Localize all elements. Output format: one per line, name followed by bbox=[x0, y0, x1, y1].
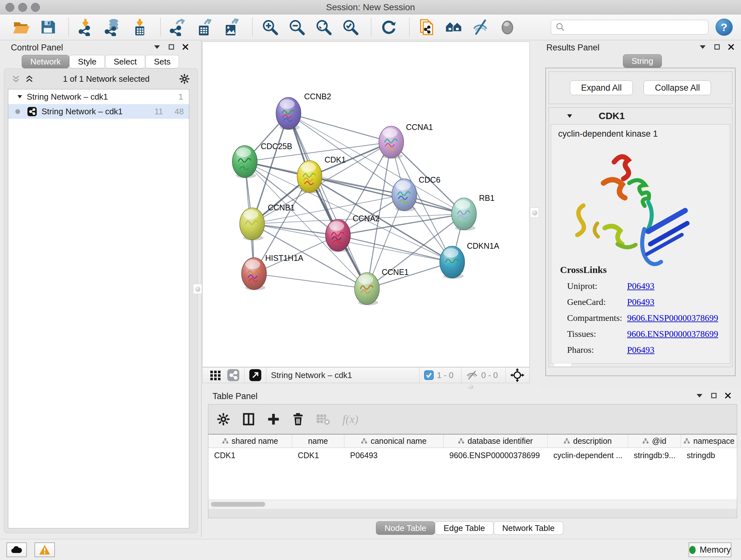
section-expander-icon[interactable] bbox=[567, 114, 572, 118]
edge-HIST1H1A-CCNE1[interactable] bbox=[254, 273, 367, 289]
open-in-window-icon[interactable] bbox=[249, 369, 262, 381]
help-button[interactable]: ? bbox=[716, 18, 733, 36]
open-session-icon[interactable] bbox=[12, 18, 30, 36]
export-table-icon[interactable] bbox=[196, 18, 214, 36]
panel-menu-icon[interactable] bbox=[696, 393, 703, 398]
table-cell[interactable]: stringdb bbox=[681, 451, 737, 460]
network-view-toolbar: String Network – cdk1 1 - 0 0 - 0 bbox=[202, 367, 530, 383]
save-session-icon[interactable] bbox=[39, 18, 57, 36]
delete-column-icon[interactable] bbox=[292, 413, 304, 426]
collapse-all-icon[interactable] bbox=[12, 75, 20, 83]
expand-all-button[interactable]: Expand All bbox=[570, 80, 633, 95]
close-panel-icon[interactable] bbox=[728, 44, 734, 50]
table-cell[interactable]: P06493 bbox=[344, 451, 444, 460]
collapse-all-button[interactable]: Collapse All bbox=[644, 80, 711, 95]
add-column-icon[interactable] bbox=[267, 413, 280, 426]
node-CCNA1[interactable] bbox=[379, 126, 404, 159]
import-table-icon[interactable] bbox=[131, 18, 149, 36]
network-canvas[interactable]: CCNB2CCNA1CDC25BCDK1CDC6RB1CCNB1CCNA2CDK… bbox=[202, 42, 530, 367]
hidden-items-eye-icon[interactable] bbox=[466, 370, 478, 380]
tab-edge-table[interactable]: Edge Table bbox=[435, 521, 494, 535]
table-options-gear-icon[interactable] bbox=[217, 413, 230, 426]
left-splitter-handle[interactable] bbox=[193, 284, 202, 294]
right-splitter-handle[interactable] bbox=[530, 207, 539, 218]
tab-network-table[interactable]: Network Table bbox=[494, 521, 563, 535]
tab-sets[interactable]: Sets bbox=[145, 55, 179, 68]
float-panel-icon[interactable] bbox=[714, 44, 720, 50]
import-database-icon[interactable] bbox=[104, 18, 122, 36]
column-header-description[interactable]: description bbox=[548, 435, 628, 448]
zoom-fit-icon[interactable] bbox=[315, 18, 333, 36]
pan-crosshair-icon[interactable] bbox=[510, 368, 524, 382]
string-document-icon[interactable] bbox=[418, 18, 436, 36]
table-cell[interactable]: cyclin-dependent ... bbox=[548, 451, 628, 460]
network-row-selected[interactable]: String Network – cdk1 11 48 bbox=[8, 104, 189, 119]
birds-eye-grid-icon[interactable] bbox=[209, 369, 222, 381]
selected-nodes-checkbox-icon[interactable] bbox=[424, 370, 434, 380]
panel-menu-icon[interactable] bbox=[699, 45, 706, 49]
node-CDC25B[interactable] bbox=[232, 145, 257, 178]
edge-CCNB2-CCNA1[interactable] bbox=[288, 113, 391, 142]
column-header-shared-name[interactable]: shared name bbox=[208, 435, 292, 448]
close-panel-icon[interactable] bbox=[183, 44, 188, 50]
column-header-name[interactable]: name bbox=[292, 435, 344, 448]
column-header-canonical-name[interactable]: canonical name bbox=[344, 435, 444, 448]
show-glyphs-icon[interactable] bbox=[498, 18, 516, 36]
close-panel-icon[interactable] bbox=[725, 393, 731, 398]
tab-node-table[interactable]: Node Table bbox=[376, 521, 435, 535]
node-CDC6[interactable] bbox=[392, 179, 417, 211]
results-scrollbar[interactable] bbox=[553, 363, 572, 367]
column-header-database-identifier[interactable]: database identifier bbox=[444, 435, 548, 448]
column-header-namespace[interactable]: namespace bbox=[681, 435, 737, 448]
zoom-in-icon[interactable] bbox=[261, 18, 279, 36]
tree-options-gear-icon[interactable] bbox=[179, 73, 190, 84]
tree-expander-icon[interactable] bbox=[17, 95, 22, 99]
search-input[interactable] bbox=[568, 21, 708, 33]
table-cell[interactable]: 9606.ENSP00000378699 bbox=[444, 451, 548, 460]
warning-status-button[interactable] bbox=[35, 543, 55, 557]
tab-style[interactable]: Style bbox=[69, 55, 105, 68]
zoom-selected-icon[interactable] bbox=[341, 18, 359, 36]
tab-string[interactable]: String bbox=[623, 54, 662, 68]
crosslink-link[interactable]: 9606.ENSP00000378699 bbox=[627, 329, 718, 339]
crosslink-link[interactable]: P06493 bbox=[627, 345, 655, 355]
export-image-icon[interactable] bbox=[223, 18, 241, 36]
table-cell[interactable]: stringdb:9... bbox=[628, 451, 681, 460]
node-CCNE1[interactable] bbox=[354, 273, 380, 305]
share-view-icon[interactable] bbox=[227, 369, 240, 381]
export-network-icon[interactable] bbox=[169, 18, 187, 36]
edge-CDKN1A-CCNE1[interactable] bbox=[367, 262, 452, 289]
node-RB1[interactable] bbox=[452, 198, 476, 231]
node-HIST1H1A[interactable] bbox=[242, 258, 266, 290]
show-columns-icon[interactable] bbox=[242, 413, 255, 426]
tab-select[interactable]: Select bbox=[105, 55, 145, 68]
scrollbar-thumb[interactable] bbox=[211, 502, 265, 507]
houses-icon[interactable] bbox=[445, 18, 463, 36]
expand-all-icon[interactable] bbox=[25, 75, 33, 83]
crosslink-link[interactable]: 9606.ENSP00000378699 bbox=[627, 313, 718, 323]
table-horizontal-scrollbar[interactable] bbox=[208, 500, 737, 509]
panel-menu-icon[interactable] bbox=[154, 45, 160, 49]
table-cell[interactable]: CDK1 bbox=[292, 451, 344, 460]
crosslink-link[interactable]: P06493 bbox=[627, 281, 655, 291]
zoom-out-icon[interactable] bbox=[288, 18, 306, 36]
crosslink-link[interactable]: P06493 bbox=[627, 297, 655, 307]
edge-CCNA2-CDKN1A[interactable] bbox=[338, 235, 452, 262]
node-CCNB1[interactable] bbox=[240, 208, 265, 240]
table-cell[interactable]: CDK1 bbox=[208, 451, 292, 460]
node-CCNA2[interactable] bbox=[326, 219, 350, 252]
hide-glyphs-icon[interactable] bbox=[472, 18, 489, 36]
table-row[interactable]: CDK1CDK1P064939606.ENSP00000378699cyclin… bbox=[208, 448, 737, 462]
tab-network[interactable]: Network bbox=[22, 55, 69, 68]
float-panel-icon[interactable] bbox=[711, 393, 717, 398]
node-CCNB2[interactable] bbox=[276, 98, 301, 130]
memory-button[interactable]: Memory bbox=[689, 543, 731, 557]
network-collection-row[interactable]: String Network – cdk1 1 bbox=[8, 89, 189, 104]
float-panel-icon[interactable] bbox=[169, 44, 174, 50]
import-network-icon[interactable] bbox=[77, 18, 95, 36]
refresh-icon[interactable] bbox=[380, 18, 398, 36]
node-CDK1[interactable] bbox=[297, 161, 322, 193]
cloud-status-button[interactable] bbox=[6, 543, 27, 557]
column-header-@id[interactable]: @id bbox=[628, 435, 681, 448]
node-CDKN1A[interactable] bbox=[440, 246, 465, 279]
